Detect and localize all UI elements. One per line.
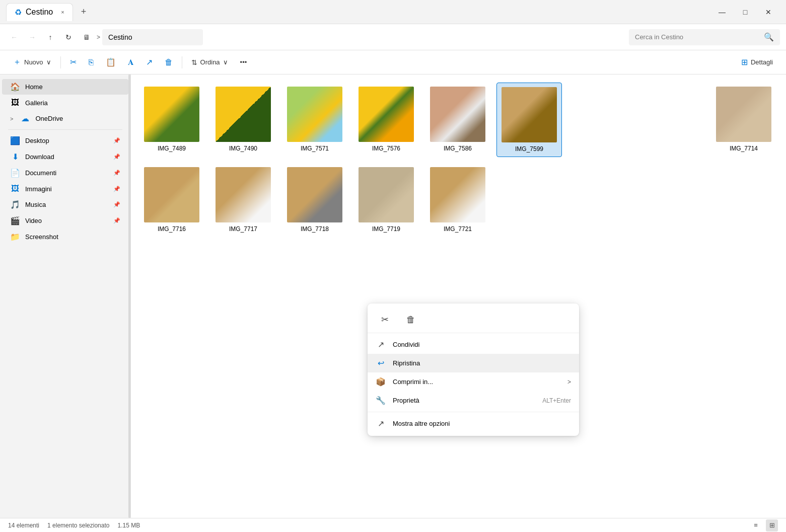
- context-menu: ✂ 🗑 ↗ Condividi ↩ Ripristina 📦 Comprimi …: [368, 303, 579, 436]
- copy-icon: ⎘: [89, 58, 94, 67]
- sort-icon: ⇅: [191, 58, 197, 66]
- file-item[interactable]: IMG_7571: [282, 83, 347, 157]
- rename-button[interactable]: 𝐀: [123, 54, 139, 70]
- pin-icon: 📌: [113, 137, 120, 144]
- details-label: Dettagli: [751, 58, 773, 66]
- file-item[interactable]: IMG_7717: [210, 163, 276, 237]
- cut-button[interactable]: ✂: [65, 54, 82, 70]
- sidebar-item-musica[interactable]: 🎵 Musica 📌: [2, 197, 128, 212]
- delete-button[interactable]: 🗑: [160, 54, 178, 70]
- copy-button[interactable]: ⎘: [84, 54, 99, 70]
- file-item[interactable]: IMG_7489: [139, 83, 204, 157]
- active-tab[interactable]: ♻ Cestino ×: [6, 3, 73, 21]
- paste-icon: 📋: [106, 57, 116, 67]
- close-button[interactable]: ✕: [757, 4, 780, 20]
- computer-icon-button[interactable]: 🖥: [79, 29, 95, 45]
- cut-icon: ✂: [70, 57, 77, 67]
- file-name: IMG_7717: [229, 225, 257, 233]
- cm-condividi-label: Condividi: [393, 341, 571, 348]
- maximize-button[interactable]: □: [734, 4, 757, 20]
- search-input[interactable]: [635, 33, 760, 41]
- share-button[interactable]: ↗: [141, 54, 158, 70]
- cm-proprieta-icon: 🔧: [376, 396, 386, 405]
- cm-cut-button[interactable]: ✂: [376, 311, 394, 329]
- file-item[interactable]: IMG_7719: [353, 163, 419, 237]
- sidebar: 🏠 Home 🖼 Galleria > ☁ OneDrive 🟦 Desktop…: [0, 74, 131, 518]
- file-item[interactable]: IMG_7490: [210, 83, 276, 157]
- sidebar-item-download[interactable]: ⬇ Download 📌: [2, 149, 128, 165]
- file-thumbnail: [287, 167, 342, 222]
- search-icon[interactable]: 🔍: [764, 32, 774, 42]
- expand-icon: >: [10, 116, 13, 122]
- file-name: IMG_7714: [730, 145, 758, 152]
- cm-comprimi[interactable]: 📦 Comprimi in... >: [368, 372, 579, 391]
- navigation-bar: ← → ↑ ↻ 🖥 > Cestino 🔍: [0, 24, 786, 50]
- nuovo-label: Nuovo: [24, 58, 43, 66]
- cm-proprieta[interactable]: 🔧 Proprietà ALT+Enter: [368, 391, 579, 410]
- file-item[interactable]: IMG_7721: [425, 163, 490, 237]
- search-bar[interactable]: 🔍: [629, 29, 780, 45]
- file-thumbnail: [144, 87, 199, 142]
- sidebar-item-label: Download: [25, 153, 54, 161]
- cm-ripristina[interactable]: ↩ Ripristina: [368, 354, 579, 372]
- breadcrumb[interactable]: Cestino: [102, 29, 203, 45]
- more-icon: •••: [240, 58, 247, 66]
- file-item[interactable]: IMG_7716: [139, 163, 204, 237]
- cm-mostra[interactable]: ↗ Mostra altre opzioni: [368, 414, 579, 433]
- tab-close-button[interactable]: ×: [61, 9, 64, 15]
- sidebar-item-documenti[interactable]: 📄 Documenti 📌: [2, 165, 128, 181]
- cm-comprimi-arrow-icon: >: [567, 378, 571, 386]
- file-name: IMG_7489: [158, 145, 186, 152]
- main-layout: 🏠 Home 🖼 Galleria > ☁ OneDrive 🟦 Desktop…: [0, 74, 786, 518]
- nuovo-button[interactable]: ＋ Nuovo ∨: [8, 54, 56, 70]
- back-button[interactable]: ←: [6, 29, 22, 45]
- sidebar-scrollbar[interactable]: [128, 74, 130, 518]
- sidebar-item-desktop[interactable]: 🟦 Desktop 📌: [2, 133, 128, 148]
- file-item[interactable]: IMG_7718: [282, 163, 347, 237]
- new-tab-button[interactable]: +: [77, 5, 91, 19]
- sidebar-item-galleria[interactable]: 🖼 Galleria: [2, 95, 128, 110]
- onedrive-icon: ☁: [20, 114, 30, 123]
- cm-delete-button[interactable]: 🗑: [402, 311, 420, 329]
- more-button[interactable]: •••: [235, 54, 252, 70]
- breadcrumb-separator: >: [97, 34, 100, 41]
- content-area: IMG_7489 IMG_7490 IMG_7571 IMG_7576 IMG_…: [131, 74, 786, 518]
- file-thumbnail: [359, 167, 414, 222]
- title-bar-left: ♻ Cestino × +: [6, 3, 207, 21]
- details-button[interactable]: ⊞ Dettagli: [736, 54, 778, 70]
- sidebar-item-home[interactable]: 🏠 Home: [2, 79, 128, 95]
- file-name: IMG_7599: [515, 145, 543, 153]
- paste-button[interactable]: 📋: [101, 54, 121, 70]
- sidebar-item-video[interactable]: 🎬 Video 📌: [2, 213, 128, 229]
- up-button[interactable]: ↑: [42, 29, 58, 45]
- sort-label: Ordina: [200, 58, 220, 66]
- home-icon: 🏠: [10, 82, 20, 92]
- refresh-button[interactable]: ↻: [60, 29, 77, 45]
- file-item[interactable]: IMG_7714: [711, 83, 776, 157]
- toolbar-divider-1: [60, 56, 61, 68]
- breadcrumb-location: Cestino: [108, 33, 132, 41]
- grid-view-button[interactable]: ⊞: [766, 519, 778, 531]
- sidebar-item-screenshot[interactable]: 📁 Screenshot: [2, 229, 128, 245]
- sort-button[interactable]: ⇅ Ordina ∨: [186, 54, 233, 70]
- file-item-selected[interactable]: IMG_7599: [496, 83, 562, 157]
- file-name: IMG_7571: [301, 145, 329, 152]
- file-thumbnail: [216, 167, 271, 222]
- details-icon: ⊞: [741, 57, 748, 67]
- cm-condividi[interactable]: ↗ Condividi: [368, 335, 579, 354]
- file-name: IMG_7576: [372, 145, 400, 152]
- sidebar-divider: [8, 129, 122, 130]
- rename-icon: 𝐀: [128, 58, 134, 67]
- toolbar-right: ⊞ Dettagli: [736, 54, 778, 70]
- file-item[interactable]: IMG_7576: [353, 83, 419, 157]
- minimize-button[interactable]: —: [710, 4, 734, 20]
- sidebar-item-onedrive[interactable]: > ☁ OneDrive: [2, 111, 128, 126]
- tab-recycle-icon: ♻: [15, 8, 22, 17]
- list-view-button[interactable]: ≡: [750, 519, 762, 531]
- video-icon: 🎬: [10, 216, 20, 225]
- file-item[interactable]: IMG_7586: [425, 83, 490, 157]
- sidebar-item-immagini[interactable]: 🖼 Immagini 📌: [2, 181, 128, 196]
- window-controls: — □ ✕: [710, 4, 780, 20]
- forward-button[interactable]: →: [24, 29, 40, 45]
- file-thumbnail: [144, 167, 199, 222]
